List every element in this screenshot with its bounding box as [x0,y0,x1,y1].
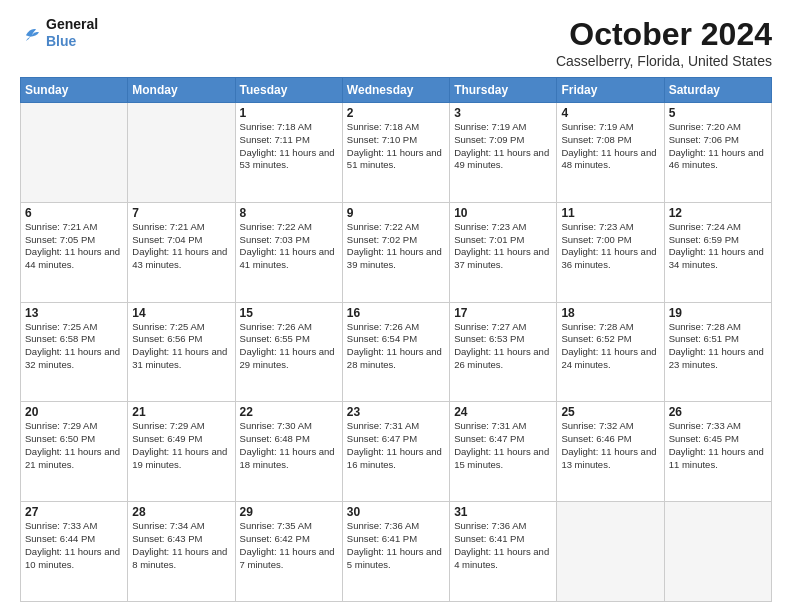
day-info: Sunrise: 7:29 AM Sunset: 6:49 PM Dayligh… [132,420,230,471]
day-cell: 1Sunrise: 7:18 AM Sunset: 7:11 PM Daylig… [235,103,342,203]
day-info: Sunrise: 7:26 AM Sunset: 6:55 PM Dayligh… [240,321,338,372]
day-number: 21 [132,405,230,419]
day-cell [664,502,771,602]
header-saturday: Saturday [664,78,771,103]
day-info: Sunrise: 7:33 AM Sunset: 6:45 PM Dayligh… [669,420,767,471]
day-info: Sunrise: 7:28 AM Sunset: 6:52 PM Dayligh… [561,321,659,372]
week-row-5: 27Sunrise: 7:33 AM Sunset: 6:44 PM Dayli… [21,502,772,602]
day-cell: 18Sunrise: 7:28 AM Sunset: 6:52 PM Dayli… [557,302,664,402]
day-cell: 26Sunrise: 7:33 AM Sunset: 6:45 PM Dayli… [664,402,771,502]
page: General Blue October 2024 Casselberry, F… [0,0,792,612]
header-wednesday: Wednesday [342,78,449,103]
week-row-3: 13Sunrise: 7:25 AM Sunset: 6:58 PM Dayli… [21,302,772,402]
day-info: Sunrise: 7:18 AM Sunset: 7:11 PM Dayligh… [240,121,338,172]
day-cell: 30Sunrise: 7:36 AM Sunset: 6:41 PM Dayli… [342,502,449,602]
day-cell: 12Sunrise: 7:24 AM Sunset: 6:59 PM Dayli… [664,202,771,302]
day-info: Sunrise: 7:28 AM Sunset: 6:51 PM Dayligh… [669,321,767,372]
day-cell: 6Sunrise: 7:21 AM Sunset: 7:05 PM Daylig… [21,202,128,302]
logo-icon [20,22,42,44]
day-cell: 13Sunrise: 7:25 AM Sunset: 6:58 PM Dayli… [21,302,128,402]
day-cell: 25Sunrise: 7:32 AM Sunset: 6:46 PM Dayli… [557,402,664,502]
day-cell: 17Sunrise: 7:27 AM Sunset: 6:53 PM Dayli… [450,302,557,402]
header-monday: Monday [128,78,235,103]
day-number: 26 [669,405,767,419]
day-cell: 4Sunrise: 7:19 AM Sunset: 7:08 PM Daylig… [557,103,664,203]
day-number: 31 [454,505,552,519]
day-number: 8 [240,206,338,220]
day-number: 7 [132,206,230,220]
day-cell: 3Sunrise: 7:19 AM Sunset: 7:09 PM Daylig… [450,103,557,203]
location: Casselberry, Florida, United States [556,53,772,69]
day-cell: 23Sunrise: 7:31 AM Sunset: 6:47 PM Dayli… [342,402,449,502]
day-number: 11 [561,206,659,220]
day-number: 25 [561,405,659,419]
calendar-table: Sunday Monday Tuesday Wednesday Thursday… [20,77,772,602]
day-cell: 29Sunrise: 7:35 AM Sunset: 6:42 PM Dayli… [235,502,342,602]
day-cell: 28Sunrise: 7:34 AM Sunset: 6:43 PM Dayli… [128,502,235,602]
title-block: October 2024 Casselberry, Florida, Unite… [556,16,772,69]
day-info: Sunrise: 7:21 AM Sunset: 7:05 PM Dayligh… [25,221,123,272]
day-cell: 2Sunrise: 7:18 AM Sunset: 7:10 PM Daylig… [342,103,449,203]
day-number: 5 [669,106,767,120]
day-info: Sunrise: 7:33 AM Sunset: 6:44 PM Dayligh… [25,520,123,571]
header-sunday: Sunday [21,78,128,103]
day-cell: 27Sunrise: 7:33 AM Sunset: 6:44 PM Dayli… [21,502,128,602]
day-number: 13 [25,306,123,320]
day-number: 30 [347,505,445,519]
day-cell: 5Sunrise: 7:20 AM Sunset: 7:06 PM Daylig… [664,103,771,203]
day-number: 17 [454,306,552,320]
day-info: Sunrise: 7:35 AM Sunset: 6:42 PM Dayligh… [240,520,338,571]
day-info: Sunrise: 7:22 AM Sunset: 7:03 PM Dayligh… [240,221,338,272]
day-number: 9 [347,206,445,220]
day-number: 14 [132,306,230,320]
header-friday: Friday [557,78,664,103]
day-cell [557,502,664,602]
logo-text: General Blue [46,16,98,50]
header-tuesday: Tuesday [235,78,342,103]
day-number: 18 [561,306,659,320]
day-info: Sunrise: 7:19 AM Sunset: 7:08 PM Dayligh… [561,121,659,172]
day-cell: 31Sunrise: 7:36 AM Sunset: 6:41 PM Dayli… [450,502,557,602]
day-number: 12 [669,206,767,220]
day-number: 4 [561,106,659,120]
day-cell: 9Sunrise: 7:22 AM Sunset: 7:02 PM Daylig… [342,202,449,302]
day-cell: 14Sunrise: 7:25 AM Sunset: 6:56 PM Dayli… [128,302,235,402]
day-number: 27 [25,505,123,519]
day-number: 15 [240,306,338,320]
day-info: Sunrise: 7:32 AM Sunset: 6:46 PM Dayligh… [561,420,659,471]
day-number: 19 [669,306,767,320]
day-info: Sunrise: 7:20 AM Sunset: 7:06 PM Dayligh… [669,121,767,172]
day-info: Sunrise: 7:36 AM Sunset: 6:41 PM Dayligh… [454,520,552,571]
day-number: 24 [454,405,552,419]
day-cell: 24Sunrise: 7:31 AM Sunset: 6:47 PM Dayli… [450,402,557,502]
day-cell: 19Sunrise: 7:28 AM Sunset: 6:51 PM Dayli… [664,302,771,402]
day-cell: 11Sunrise: 7:23 AM Sunset: 7:00 PM Dayli… [557,202,664,302]
day-info: Sunrise: 7:31 AM Sunset: 6:47 PM Dayligh… [454,420,552,471]
day-info: Sunrise: 7:29 AM Sunset: 6:50 PM Dayligh… [25,420,123,471]
day-number: 23 [347,405,445,419]
day-cell [128,103,235,203]
month-title: October 2024 [556,16,772,53]
day-cell: 7Sunrise: 7:21 AM Sunset: 7:04 PM Daylig… [128,202,235,302]
day-number: 6 [25,206,123,220]
day-info: Sunrise: 7:25 AM Sunset: 6:58 PM Dayligh… [25,321,123,372]
day-cell: 10Sunrise: 7:23 AM Sunset: 7:01 PM Dayli… [450,202,557,302]
day-cell: 20Sunrise: 7:29 AM Sunset: 6:50 PM Dayli… [21,402,128,502]
day-info: Sunrise: 7:26 AM Sunset: 6:54 PM Dayligh… [347,321,445,372]
day-info: Sunrise: 7:18 AM Sunset: 7:10 PM Dayligh… [347,121,445,172]
header-thursday: Thursday [450,78,557,103]
header: General Blue October 2024 Casselberry, F… [20,16,772,69]
day-cell: 21Sunrise: 7:29 AM Sunset: 6:49 PM Dayli… [128,402,235,502]
calendar-header-row: Sunday Monday Tuesday Wednesday Thursday… [21,78,772,103]
day-cell: 8Sunrise: 7:22 AM Sunset: 7:03 PM Daylig… [235,202,342,302]
week-row-1: 1Sunrise: 7:18 AM Sunset: 7:11 PM Daylig… [21,103,772,203]
day-info: Sunrise: 7:23 AM Sunset: 7:01 PM Dayligh… [454,221,552,272]
day-number: 22 [240,405,338,419]
day-info: Sunrise: 7:27 AM Sunset: 6:53 PM Dayligh… [454,321,552,372]
day-info: Sunrise: 7:22 AM Sunset: 7:02 PM Dayligh… [347,221,445,272]
logo: General Blue [20,16,98,50]
day-number: 1 [240,106,338,120]
day-number: 28 [132,505,230,519]
day-info: Sunrise: 7:31 AM Sunset: 6:47 PM Dayligh… [347,420,445,471]
day-number: 3 [454,106,552,120]
